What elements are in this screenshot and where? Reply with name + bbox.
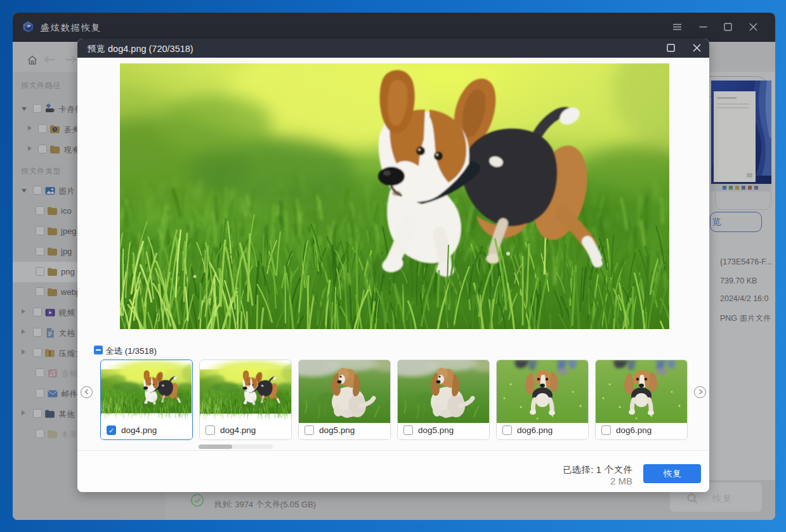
svg-text:?: ? [53, 434, 55, 438]
